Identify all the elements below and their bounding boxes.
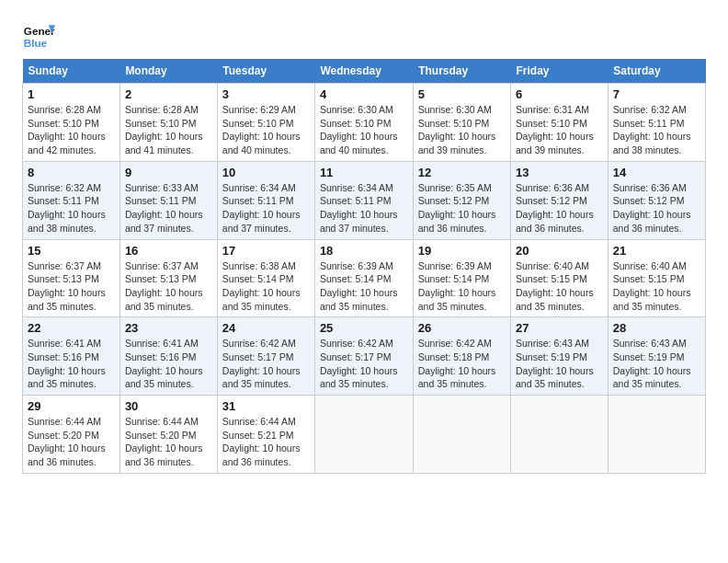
- day-info: Sunrise: 6:36 AMSunset: 5:12 PMDaylight:…: [516, 182, 594, 234]
- day-number: 31: [222, 399, 310, 413]
- day-info: Sunrise: 6:42 AMSunset: 5:17 PMDaylight:…: [320, 338, 398, 389]
- calendar-cell: [511, 396, 609, 474]
- day-info: Sunrise: 6:30 AMSunset: 5:10 PMDaylight:…: [320, 104, 398, 155]
- calendar-day-header: Wednesday: [314, 59, 413, 84]
- calendar-cell: 22 Sunrise: 6:41 AMSunset: 5:16 PMDaylig…: [23, 317, 120, 396]
- day-number: 4: [320, 87, 408, 101]
- calendar-day-header: Saturday: [608, 59, 705, 84]
- day-number: 6: [516, 87, 603, 101]
- calendar-cell: [314, 396, 413, 474]
- calendar-day-header: Monday: [119, 59, 217, 84]
- day-info: Sunrise: 6:42 AMSunset: 5:17 PMDaylight:…: [222, 338, 301, 389]
- calendar-cell: 2 Sunrise: 6:28 AMSunset: 5:10 PMDayligh…: [119, 84, 217, 162]
- day-number: 24: [222, 321, 310, 335]
- day-info: Sunrise: 6:44 AMSunset: 5:20 PMDaylight:…: [125, 416, 203, 467]
- logo-icon: General Blue: [22, 18, 55, 52]
- day-info: Sunrise: 6:32 AMSunset: 5:11 PMDaylight:…: [613, 104, 691, 155]
- calendar-cell: 4 Sunrise: 6:30 AMSunset: 5:10 PMDayligh…: [314, 84, 413, 162]
- day-number: 10: [222, 166, 310, 179]
- day-info: Sunrise: 6:31 AMSunset: 5:10 PMDaylight:…: [516, 104, 594, 155]
- day-info: Sunrise: 6:39 AMSunset: 5:14 PMDaylight:…: [320, 260, 398, 312]
- calendar-week-row: 15 Sunrise: 6:37 AMSunset: 5:13 PMDaylig…: [23, 239, 706, 317]
- calendar-cell: 15 Sunrise: 6:37 AMSunset: 5:13 PMDaylig…: [23, 239, 120, 317]
- calendar-cell: 23 Sunrise: 6:41 AMSunset: 5:16 PMDaylig…: [119, 317, 217, 396]
- calendar-week-row: 1 Sunrise: 6:28 AMSunset: 5:10 PMDayligh…: [23, 84, 706, 162]
- calendar-table: SundayMondayTuesdayWednesdayThursdayFrid…: [22, 59, 706, 474]
- day-info: Sunrise: 6:35 AMSunset: 5:12 PMDaylight:…: [418, 182, 496, 234]
- day-number: 18: [320, 244, 408, 258]
- day-info: Sunrise: 6:42 AMSunset: 5:18 PMDaylight:…: [418, 338, 496, 389]
- calendar-cell: 21 Sunrise: 6:40 AMSunset: 5:15 PMDaylig…: [608, 239, 705, 317]
- day-info: Sunrise: 6:34 AMSunset: 5:11 PMDaylight:…: [320, 182, 398, 234]
- day-number: 23: [125, 321, 212, 335]
- calendar-cell: 19 Sunrise: 6:39 AMSunset: 5:14 PMDaylig…: [413, 239, 510, 317]
- calendar-cell: 28 Sunrise: 6:43 AMSunset: 5:19 PMDaylig…: [608, 317, 705, 396]
- day-number: 19: [418, 244, 506, 258]
- calendar-cell: [413, 396, 510, 474]
- day-number: 8: [28, 166, 115, 179]
- day-number: 22: [28, 321, 115, 335]
- day-info: Sunrise: 6:36 AMSunset: 5:12 PMDaylight:…: [613, 182, 691, 234]
- day-info: Sunrise: 6:41 AMSunset: 5:16 PMDaylight:…: [28, 338, 106, 389]
- day-info: Sunrise: 6:40 AMSunset: 5:15 PMDaylight:…: [516, 260, 594, 312]
- day-number: 14: [613, 166, 700, 179]
- day-number: 2: [125, 87, 212, 101]
- day-info: Sunrise: 6:28 AMSunset: 5:10 PMDaylight:…: [125, 104, 203, 155]
- day-number: 5: [418, 87, 506, 101]
- header: General Blue: [22, 18, 706, 52]
- svg-text:Blue: Blue: [24, 37, 48, 49]
- day-number: 3: [222, 87, 310, 101]
- calendar-cell: 5 Sunrise: 6:30 AMSunset: 5:10 PMDayligh…: [413, 84, 510, 162]
- calendar-header-row: SundayMondayTuesdayWednesdayThursdayFrid…: [23, 59, 706, 84]
- day-info: Sunrise: 6:40 AMSunset: 5:15 PMDaylight:…: [613, 260, 691, 312]
- calendar-cell: 20 Sunrise: 6:40 AMSunset: 5:15 PMDaylig…: [511, 239, 609, 317]
- day-number: 30: [125, 399, 212, 413]
- calendar-cell: 14 Sunrise: 6:36 AMSunset: 5:12 PMDaylig…: [608, 161, 705, 239]
- day-info: Sunrise: 6:29 AMSunset: 5:10 PMDaylight:…: [222, 104, 301, 155]
- calendar-cell: 11 Sunrise: 6:34 AMSunset: 5:11 PMDaylig…: [314, 161, 413, 239]
- day-number: 12: [418, 166, 506, 179]
- calendar-cell: 6 Sunrise: 6:31 AMSunset: 5:10 PMDayligh…: [511, 84, 609, 162]
- calendar-cell: 12 Sunrise: 6:35 AMSunset: 5:12 PMDaylig…: [413, 161, 510, 239]
- calendar-cell: 10 Sunrise: 6:34 AMSunset: 5:11 PMDaylig…: [217, 161, 314, 239]
- calendar-cell: 29 Sunrise: 6:44 AMSunset: 5:20 PMDaylig…: [23, 396, 120, 474]
- calendar-cell: 26 Sunrise: 6:42 AMSunset: 5:18 PMDaylig…: [413, 317, 510, 396]
- day-info: Sunrise: 6:39 AMSunset: 5:14 PMDaylight:…: [418, 260, 496, 312]
- day-number: 21: [613, 244, 700, 258]
- calendar-cell: 16 Sunrise: 6:37 AMSunset: 5:13 PMDaylig…: [119, 239, 217, 317]
- day-info: Sunrise: 6:28 AMSunset: 5:10 PMDaylight:…: [28, 104, 106, 155]
- calendar-day-header: Tuesday: [217, 59, 314, 84]
- day-info: Sunrise: 6:34 AMSunset: 5:11 PMDaylight:…: [222, 182, 301, 234]
- day-info: Sunrise: 6:44 AMSunset: 5:20 PMDaylight:…: [28, 416, 106, 467]
- calendar-week-row: 29 Sunrise: 6:44 AMSunset: 5:20 PMDaylig…: [23, 396, 706, 474]
- day-number: 9: [125, 166, 212, 179]
- calendar-cell: 17 Sunrise: 6:38 AMSunset: 5:14 PMDaylig…: [217, 239, 314, 317]
- day-info: Sunrise: 6:38 AMSunset: 5:14 PMDaylight:…: [222, 260, 301, 312]
- day-number: 13: [516, 166, 603, 179]
- calendar-cell: [608, 396, 705, 474]
- calendar-day-header: Friday: [511, 59, 609, 84]
- calendar-cell: 7 Sunrise: 6:32 AMSunset: 5:11 PMDayligh…: [608, 84, 705, 162]
- calendar-cell: 1 Sunrise: 6:28 AMSunset: 5:10 PMDayligh…: [23, 84, 120, 162]
- calendar-day-header: Thursday: [413, 59, 510, 84]
- day-info: Sunrise: 6:37 AMSunset: 5:13 PMDaylight:…: [28, 260, 106, 312]
- day-number: 20: [516, 244, 603, 258]
- calendar-week-row: 8 Sunrise: 6:32 AMSunset: 5:11 PMDayligh…: [23, 161, 706, 239]
- calendar-week-row: 22 Sunrise: 6:41 AMSunset: 5:16 PMDaylig…: [23, 317, 706, 396]
- day-info: Sunrise: 6:43 AMSunset: 5:19 PMDaylight:…: [516, 338, 594, 389]
- day-number: 26: [418, 321, 506, 335]
- calendar-cell: 9 Sunrise: 6:33 AMSunset: 5:11 PMDayligh…: [119, 161, 217, 239]
- calendar-cell: 18 Sunrise: 6:39 AMSunset: 5:14 PMDaylig…: [314, 239, 413, 317]
- calendar-cell: 25 Sunrise: 6:42 AMSunset: 5:17 PMDaylig…: [314, 317, 413, 396]
- day-info: Sunrise: 6:32 AMSunset: 5:11 PMDaylight:…: [28, 182, 106, 234]
- day-number: 16: [125, 244, 212, 258]
- calendar-day-header: Sunday: [23, 59, 120, 84]
- day-info: Sunrise: 6:37 AMSunset: 5:13 PMDaylight:…: [125, 260, 203, 312]
- calendar-cell: 27 Sunrise: 6:43 AMSunset: 5:19 PMDaylig…: [511, 317, 609, 396]
- calendar-cell: 31 Sunrise: 6:44 AMSunset: 5:21 PMDaylig…: [217, 396, 314, 474]
- calendar-cell: 30 Sunrise: 6:44 AMSunset: 5:20 PMDaylig…: [119, 396, 217, 474]
- day-info: Sunrise: 6:43 AMSunset: 5:19 PMDaylight:…: [613, 338, 691, 389]
- day-info: Sunrise: 6:30 AMSunset: 5:10 PMDaylight:…: [418, 104, 496, 155]
- day-number: 29: [28, 399, 115, 413]
- day-number: 28: [613, 321, 700, 335]
